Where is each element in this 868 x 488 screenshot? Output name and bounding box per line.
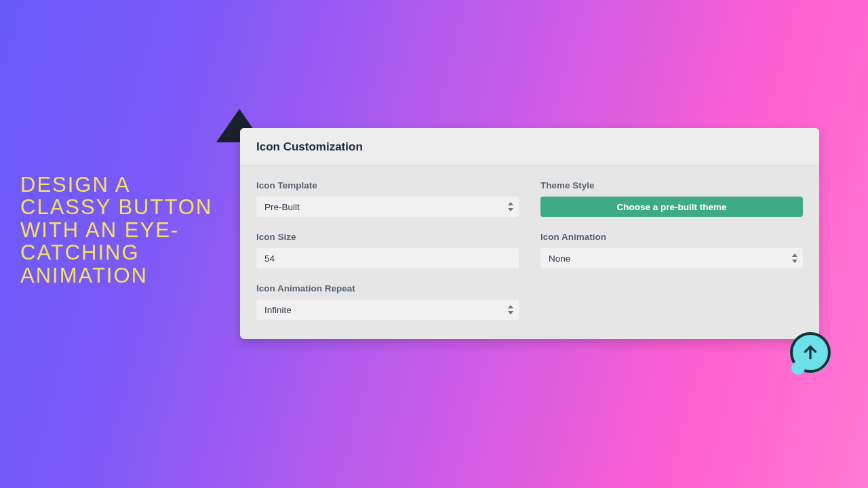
input-icon-size-value: 54 [264, 253, 275, 264]
input-icon-size[interactable]: 54 [256, 248, 519, 268]
field-icon-template: Icon Template Pre-Built [256, 180, 519, 217]
choose-theme-button[interactable]: Choose a pre-built theme [540, 197, 803, 217]
label-icon-animation: Icon Animation [540, 232, 803, 242]
label-icon-animation-repeat: Icon Animation Repeat [256, 283, 519, 293]
select-icon-template[interactable]: Pre-Built [256, 197, 519, 217]
empty-cell [540, 283, 803, 320]
choose-theme-button-label: Choose a pre-built theme [616, 202, 726, 212]
select-icon-animation[interactable]: None [540, 248, 803, 268]
scroll-top-button[interactable] [790, 332, 831, 373]
panel-header: Icon Customization [240, 128, 819, 165]
label-icon-size: Icon Size [256, 232, 519, 242]
stepper-icon [508, 202, 513, 211]
page-headline: DESIGN A CLASSY BUTTON WITH AN EYE-CATCH… [20, 174, 224, 287]
stepper-icon [792, 253, 797, 263]
field-icon-size: Icon Size 54 [256, 232, 519, 268]
label-icon-template: Icon Template [256, 180, 519, 190]
field-icon-animation-repeat: Icon Animation Repeat Infinite [256, 283, 519, 320]
select-icon-animation-repeat[interactable]: Infinite [256, 300, 519, 320]
field-icon-animation: Icon Animation None [540, 232, 803, 268]
panel-title: Icon Customization [256, 140, 803, 154]
select-icon-template-value: Pre-Built [264, 202, 300, 212]
field-theme-style: Theme Style Choose a pre-built theme [540, 180, 803, 217]
stepper-icon [508, 305, 513, 314]
arrow-up-circle-icon [790, 332, 831, 373]
label-theme-style: Theme Style [540, 180, 803, 190]
panel-body: Icon Template Pre-Built Theme Style Choo… [240, 165, 819, 339]
icon-customization-panel: Icon Customization Icon Template Pre-Bui… [240, 128, 819, 339]
select-icon-animation-repeat-value: Infinite [264, 305, 292, 315]
select-icon-animation-value: None [549, 253, 570, 264]
